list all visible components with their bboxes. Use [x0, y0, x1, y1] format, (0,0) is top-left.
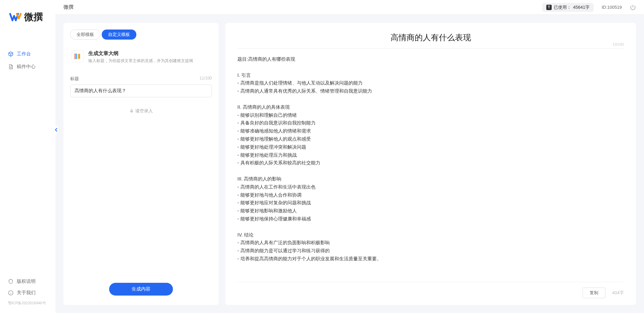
topbar-title: 微撰: [63, 4, 74, 10]
main-area: 微撰 T 已使用： 45641字 ID:100519 全部模板: [55, 0, 644, 313]
template-info: 生成文章大纲 输入标题，为你提供文章主体的灵感，并为其创建推文提纲: [88, 50, 211, 64]
usage-value: 45641字: [573, 4, 590, 10]
logo-text: 微撰: [24, 11, 43, 23]
topbar: 微撰 T 已使用： 45641字 ID:100519: [55, 0, 644, 15]
title-input[interactable]: [70, 85, 212, 97]
power-icon[interactable]: [630, 4, 636, 10]
nav-label: 版权说明: [17, 278, 36, 284]
copy-button[interactable]: 复制: [583, 288, 605, 298]
output-panel: 高情商的人有什么表现 10/100 题目:高情商的人有哪些表现 I. 引言 - …: [225, 23, 636, 305]
text-icon: T: [546, 5, 552, 10]
template-tabs: 全部模板 自定义模板: [70, 30, 212, 40]
sidebar-footer: 版权说明 关于我们 鄂ICP备2022016946号: [0, 276, 55, 313]
cube-icon: [8, 51, 13, 57]
topbar-right: T 已使用： 45641字 ID:100519: [542, 3, 636, 12]
generate-button[interactable]: 生成内容: [109, 283, 173, 296]
icp-text: 鄂ICP备2022016946号: [0, 299, 55, 308]
config-panel: 全部模板 自定义模板 生成文章大纲 输入标题，为你提供文章主体的灵感，并为其创建…: [63, 23, 219, 305]
sidebar-nav: 工作台 稿件中心: [0, 32, 55, 276]
app-logo: 微撰: [0, 0, 55, 32]
sidebar: 微撰 工作台 稿件中心 版权说明: [0, 0, 55, 313]
template-card: 生成文章大纲 输入标题，为你提供文章主体的灵感，并为其创建推文提纲: [70, 46, 212, 68]
title-input-section: 标题 11/100: [70, 76, 212, 97]
tab-custom-templates[interactable]: 自定义模板: [102, 30, 136, 40]
output-title-counter: 10/100: [612, 42, 624, 46]
output-title: 高情商的人有什么表现: [390, 32, 471, 43]
word-count: 404字: [612, 290, 624, 296]
tab-all-templates[interactable]: 全部模板: [70, 30, 100, 40]
usage-label: 已使用：: [554, 4, 571, 10]
logo-icon: [9, 11, 21, 23]
user-id: ID:100519: [602, 5, 622, 10]
nav-label: 关于我们: [17, 290, 36, 296]
voice-input-label: 请空录入: [135, 108, 153, 114]
nav-copyright[interactable]: 版权说明: [0, 276, 55, 287]
nav-label: 工作台: [17, 51, 31, 57]
nav-about[interactable]: 关于我们: [0, 287, 55, 299]
input-label-row: 标题 11/100: [70, 76, 212, 82]
output-header: 高情商的人有什么表现 10/100: [237, 32, 624, 49]
nav-drafts[interactable]: 稿件中心: [0, 60, 55, 73]
info-icon: [8, 290, 13, 296]
input-counter: 11/100: [199, 76, 212, 82]
input-label: 标题: [70, 76, 79, 82]
mic-icon: [129, 109, 134, 113]
sidebar-collapse[interactable]: [54, 126, 59, 134]
usage-badge[interactable]: T 已使用： 45641字: [542, 3, 594, 12]
template-desc: 输入标题，为你提供文章主体的灵感，并为其创建推文提纲: [88, 58, 211, 64]
chevron-left-icon: [55, 128, 58, 132]
voice-input[interactable]: 请空录入: [70, 103, 212, 119]
content: 全部模板 自定义模板 生成文章大纲 输入标题，为你提供文章主体的灵感，并为其创建…: [55, 15, 644, 313]
output-body[interactable]: 题目:高情商的人有哪些表现 I. 引言 - 高情商是指人们处理情绪、与他人互动以…: [237, 55, 624, 276]
nav-workspace[interactable]: 工作台: [0, 48, 55, 60]
document-icon: [8, 64, 13, 69]
template-icon: [72, 50, 84, 62]
output-footer: 复制 404字: [237, 282, 624, 298]
template-title: 生成文章大纲: [88, 50, 211, 57]
nav-label: 稿件中心: [17, 64, 36, 70]
shield-icon: [8, 279, 13, 284]
svg-rect-3: [131, 109, 132, 112]
